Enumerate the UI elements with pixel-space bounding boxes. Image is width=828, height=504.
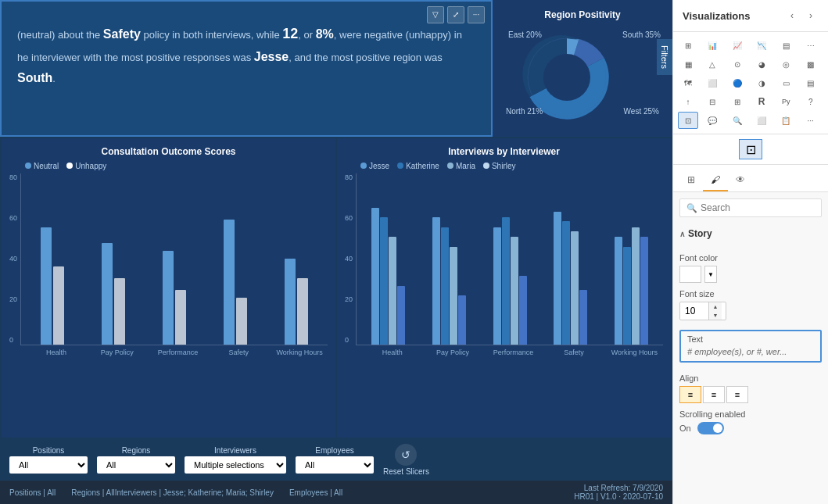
status-refresh: Last Refresh: 7/9/2020 [574, 484, 663, 492]
xlabel-health: Health [28, 349, 84, 356]
regions-filter-label: Regions [97, 446, 175, 455]
viz-icon-line[interactable]: 📈 [727, 37, 747, 54]
viz-icon-smart-narrative[interactable]: 💬 [702, 112, 722, 129]
viz-icon-qna[interactable]: ? [801, 93, 821, 110]
viz-icon-azure-map[interactable]: 🔵 [727, 74, 747, 91]
viz-icon-more[interactable]: ··· [801, 112, 821, 129]
xlabel-performance: Performance [150, 349, 206, 356]
viz-icon-ribbon[interactable]: ⋯ [801, 37, 821, 54]
consultation-chart-title: Consultation Outcome Scores [9, 146, 328, 157]
viz-icon-kpi[interactable]: ↑ [678, 93, 698, 110]
status-employees-val: Employees | All [289, 488, 342, 497]
interviews-x-labels: Health Pay Policy Performance Safety Wor… [345, 349, 663, 356]
reset-slicers-button[interactable]: ↺ Reset Slicers [383, 444, 429, 476]
bar-paypolicy-unhappy [114, 278, 125, 345]
viz-icon-stacked-bar[interactable]: ⊞ [678, 37, 698, 54]
svg-point-0 [543, 54, 590, 101]
font-size-decrement[interactable]: ▼ [709, 311, 722, 320]
ibar-perf-jesse [493, 227, 501, 345]
viz-panel-title: Visualizations [683, 10, 750, 22]
filters-tab[interactable]: Filters [657, 39, 672, 75]
reset-icon: ↺ [395, 444, 417, 466]
bar-safety-neutral [224, 220, 235, 345]
ixlabel-safety: Safety [545, 349, 602, 356]
viz-icon-donut[interactable]: ◎ [776, 55, 796, 73]
legend-neutral: Neutral [25, 162, 59, 170]
tab-fields[interactable]: ⊞ [679, 170, 703, 191]
viz-icon-r[interactable]: R [751, 93, 772, 110]
positions-filter-label: Positions [9, 446, 88, 455]
status-version: HR01 | V1.0 · 2020-07-10 [574, 492, 663, 501]
viz-icon-narrative[interactable]: ⊡ [678, 112, 698, 129]
viz-icon-key-influencers[interactable]: ⬜ [751, 112, 772, 129]
visualizations-panel: Visualizations ‹ › ⊞ 📊 📈 📉 ▤ ⋯ ▦ △ ⊙ ◕ ◎… [672, 0, 828, 504]
viz-nav-back[interactable]: ‹ [784, 8, 800, 23]
viz-icon-treemap[interactable]: ▩ [801, 55, 821, 73]
ixlabel-performance: Performance [485, 349, 542, 356]
viz-icon-area[interactable]: 📉 [751, 37, 772, 54]
viz-icon-grid: ⊞ 📊 📈 📉 ▤ ⋯ ▦ △ ⊙ ◕ ◎ ▩ 🗺 ⬜ 🔵 ◑ ▭ ▤ ↑ ⊟ … [673, 32, 828, 134]
align-right-btn[interactable]: ≡ [726, 386, 748, 403]
viz-icon-filled-map[interactable]: ⬜ [702, 74, 722, 91]
viz-icon-slicer[interactable]: ⊟ [702, 93, 722, 110]
interviewers-filter-select[interactable]: Multiple selections [185, 456, 286, 474]
regions-filter-select[interactable]: All [97, 456, 175, 474]
viz-icon-card[interactable]: ▭ [776, 74, 796, 91]
donut-title: Region Positivity [502, 9, 663, 20]
more-icon[interactable]: ··· [468, 6, 485, 23]
font-size-input[interactable] [680, 303, 708, 319]
tab-format[interactable]: 🖌 [703, 170, 728, 191]
viz-icon-multirow-card[interactable]: ▤ [801, 74, 821, 91]
viz-icon-decomp-tree[interactable]: 🔍 [727, 112, 747, 129]
positions-filter-select[interactable]: All [9, 456, 88, 474]
viz-icon-bar[interactable]: 📊 [702, 37, 722, 54]
align-left-btn[interactable]: ≡ [679, 386, 701, 403]
scrolling-toggle-row: On [679, 422, 822, 434]
status-regions: Regions | All [71, 488, 114, 497]
tab-analytics[interactable]: 👁 [728, 170, 753, 191]
viz-icon-combo[interactable]: ▤ [776, 37, 796, 54]
consultation-bars [20, 173, 328, 345]
employees-filter-select[interactable]: All [296, 456, 374, 474]
top-section: ▽ ⤢ ··· (neutral) about the Safety polic… [0, 0, 672, 137]
color-dropdown-btn[interactable]: ▼ [704, 266, 717, 283]
ibar-pay-shirley [458, 295, 466, 345]
ixlabel-paypolicy: Pay Policy [424, 349, 481, 356]
bar-workhours-unhappy [297, 278, 308, 345]
align-center-btn[interactable]: ≡ [703, 386, 725, 403]
viz-icon-table[interactable]: ⊞ [727, 93, 747, 110]
interviews-chart-panel: Interviews by Interviewer Jesse Katherin… [337, 138, 671, 438]
search-box[interactable]: 🔍 [679, 198, 822, 217]
consultation-chart-panel: Consultation Outcome Scores Neutral Unha… [2, 138, 335, 438]
west-label: West 25% [624, 107, 659, 116]
story-header[interactable]: ∧ Story [679, 223, 822, 244]
north-label: North 21% [506, 107, 543, 116]
interviews-chart-title: Interviews by Interviewer [345, 146, 663, 157]
employees-filter-label: Employees [296, 446, 374, 455]
scrolling-toggle[interactable] [697, 422, 724, 434]
expand-icon[interactable]: ⤢ [447, 6, 464, 23]
selected-viz-icon[interactable]: ⊡ [739, 139, 762, 159]
viz-icon-python[interactable]: Py [776, 93, 796, 110]
ixlabel-workhours: Working Hours [606, 349, 663, 356]
viz-icon-pie[interactable]: ◕ [751, 55, 772, 73]
viz-icon-funnel[interactable]: △ [702, 55, 722, 73]
interviewers-filter-label: Interviewers [185, 446, 286, 455]
viz-nav-forward[interactable]: › [803, 8, 819, 23]
viz-icon-waterfall[interactable]: ▦ [678, 55, 698, 73]
filter-icon[interactable]: ▽ [427, 6, 444, 23]
bottom-filters: Positions All Regions All Interviewers M… [0, 439, 672, 481]
font-color-label: Font color [679, 253, 822, 263]
font-size-increment[interactable]: ▲ [709, 302, 722, 311]
color-swatch[interactable] [679, 266, 701, 283]
search-input[interactable] [701, 202, 815, 213]
consultation-y-axis: 806040200 [9, 173, 20, 345]
viz-icon-map[interactable]: 🗺 [678, 74, 698, 91]
text-field-container[interactable]: Text # employee(s), or #, wer... [679, 330, 822, 363]
viz-icon-scatter[interactable]: ⊙ [727, 55, 747, 73]
ibar-health-maria [389, 237, 396, 345]
viz-icon-paginated-report[interactable]: 📋 [776, 112, 796, 129]
status-center: Interviewers | Jesse; Katherine; Maria; … [115, 488, 274, 497]
bar-workhours-neutral [285, 259, 296, 345]
viz-icon-gauge[interactable]: ◑ [751, 74, 772, 91]
